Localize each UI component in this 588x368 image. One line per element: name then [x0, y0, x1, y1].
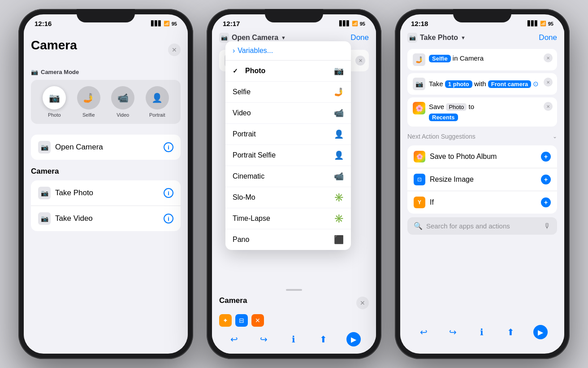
- undo-icon-3[interactable]: ↩: [417, 325, 430, 339]
- take-photo-row-inner: 📷 Take 1 photo with Front camera ⊙: [413, 78, 552, 90]
- sheet-title-2: Camera: [219, 296, 247, 305]
- mode-selfie-label: Selfie: [82, 112, 95, 118]
- resize-icon: ⊡: [414, 174, 425, 185]
- phone3-search-bar[interactable]: 🔍 Search for apps and actions 🎙: [407, 217, 557, 235]
- dropdown-pano[interactable]: Pano ⬛: [225, 229, 351, 250]
- sheet-close-2[interactable]: ✕: [356, 297, 369, 309]
- info-icon-3[interactable]: ℹ: [475, 325, 489, 339]
- open-camera-info[interactable]: i: [164, 142, 173, 152]
- recents-token[interactable]: Recents: [429, 114, 458, 121]
- camera-mode-icon: 📷: [31, 69, 38, 75]
- mode-video-icon: 📹: [111, 86, 134, 110]
- dropdown-timelapse[interactable]: Time-Lapse ✳️: [225, 208, 351, 229]
- dropdown-photo-label: Photo: [245, 67, 265, 75]
- mic-icon-3[interactable]: 🎙: [544, 222, 551, 230]
- sheet-header-2: Camera ✕: [219, 296, 369, 310]
- open-camera-item[interactable]: 📷 Open Camera i: [31, 135, 181, 160]
- selfie-token[interactable]: Selfie: [429, 55, 451, 62]
- dropdown-portrait-selfie[interactable]: Portrait Selfie 👤: [225, 145, 351, 166]
- close-button-1[interactable]: ✕: [168, 44, 181, 56]
- dropdown-portrait-label: Portrait: [233, 130, 256, 138]
- dropdown-selfie-label: Selfie: [233, 88, 251, 96]
- photo-count-token[interactable]: 1 photo: [445, 80, 472, 88]
- timelapse-icon-dd: ✳️: [334, 214, 344, 223]
- share-icon-2[interactable]: ⬆: [316, 333, 330, 346]
- battery-icon-2: 95: [360, 21, 365, 26]
- nav-done-2[interactable]: Done: [350, 33, 369, 42]
- to-text: to: [469, 103, 475, 110]
- wifi-icon-3: 📶: [540, 21, 546, 26]
- undo-icon-2[interactable]: ↩: [227, 333, 241, 346]
- suggestion-save-album[interactable]: 🌸 Save to Photo Album +: [407, 145, 557, 168]
- dropdown-cinematic[interactable]: Cinematic 📹: [225, 166, 351, 187]
- pano-icon-dd: ⬛: [334, 235, 344, 245]
- mode-selfie[interactable]: 🤳 Selfie: [77, 86, 100, 118]
- phone1-title: Camera: [31, 38, 77, 53]
- front-camera-token[interactable]: Front camera: [488, 80, 531, 88]
- time-2: 12:17: [223, 20, 240, 27]
- dropdown-video[interactable]: Video 📹: [225, 103, 351, 124]
- status-icons-3: ▋▋▋ 📶 95: [527, 21, 553, 26]
- battery-icon: 95: [172, 21, 177, 26]
- mode-photo[interactable]: 📷 Photo: [43, 86, 66, 118]
- add-resize-btn[interactable]: +: [541, 175, 551, 184]
- selfie-icon-dd: 🤳: [334, 87, 344, 97]
- dropdown-photo[interactable]: ✓ Photo 📷: [225, 61, 351, 82]
- mode-portrait[interactable]: 👤 Portrait: [146, 86, 169, 118]
- camera-icon-dd: 📷: [334, 66, 344, 76]
- wifi-icon: 📶: [164, 21, 170, 26]
- mode-video[interactable]: 📹 Video: [111, 86, 134, 118]
- add-if-btn[interactable]: +: [541, 197, 551, 207]
- phone3-nav-bar: 📷 Take Photo ▼ Done: [400, 29, 564, 46]
- save-photo-row-close[interactable]: ✕: [544, 102, 553, 111]
- take-photo-info[interactable]: i: [164, 188, 173, 198]
- add-save-album-btn[interactable]: +: [541, 152, 551, 162]
- suggestion-resize[interactable]: ⊡ Resize Image +: [407, 168, 557, 191]
- wifi-icon-2: 📶: [352, 21, 358, 26]
- take-prefix: Take: [429, 80, 443, 88]
- dropdown-slomo[interactable]: Slo-Mo ✳️: [225, 187, 351, 208]
- info-icon-2[interactable]: ℹ: [287, 333, 300, 346]
- nav-done-3[interactable]: Done: [539, 33, 557, 42]
- camera-actions-list: 📷 Take Photo i 📷 Take Video i: [31, 180, 181, 231]
- video-icon-dd: 📹: [334, 108, 344, 118]
- if-icon: Y: [414, 197, 425, 208]
- play-button-2[interactable]: ▶: [346, 332, 361, 346]
- sheet-handle-2: [286, 289, 302, 291]
- redo-icon-3[interactable]: ↪: [446, 325, 459, 339]
- workflow-step-icon-1: ✦: [219, 314, 232, 327]
- status-icons-1: ▋▋▋ 📶 95: [151, 21, 177, 26]
- take-video-item[interactable]: 📷 Take Video i: [31, 206, 181, 231]
- next-sugg-chevron[interactable]: ⌄: [553, 133, 557, 140]
- take-photo-item[interactable]: 📷 Take Photo i: [31, 180, 181, 206]
- take-video-info[interactable]: i: [164, 214, 173, 223]
- action-close-2[interactable]: ✕: [355, 56, 365, 66]
- workflow-step-icon-3: ✕: [251, 314, 264, 327]
- camera-mode-grid: 📷 Photo 🤳 Selfie 📹 Video 👤 Portrait: [31, 80, 181, 124]
- dropdown-cinematic-label: Cinematic: [233, 172, 264, 180]
- photo-gray-token[interactable]: Photo: [446, 103, 467, 111]
- resize-label: Resize Image: [430, 175, 474, 184]
- dropdown-selfie[interactable]: Selfie 🤳: [225, 82, 351, 103]
- take-photo-row-close[interactable]: ✕: [544, 78, 553, 87]
- variables-option[interactable]: › Variables...: [225, 41, 351, 61]
- notch-3: [453, 9, 511, 22]
- share-icon-3[interactable]: ⬆: [504, 325, 518, 339]
- mode-photo-label: Photo: [48, 112, 61, 118]
- camera-mode-label: 📷 Camera Mode: [31, 69, 181, 75]
- save-album-label: Save to Photo Album: [430, 153, 497, 161]
- redo-icon-2[interactable]: ↪: [257, 333, 271, 346]
- notch-1: [77, 9, 135, 22]
- mode-selfie-icon: 🤳: [77, 86, 100, 110]
- dropdown-portrait-selfie-label: Portrait Selfie: [233, 151, 276, 159]
- workflow-icons: ✦ ⊟ ✕: [219, 314, 369, 327]
- dropdown-video-label: Video: [233, 109, 251, 117]
- suggestion-if[interactable]: Y If +: [407, 191, 557, 214]
- dropdown-portrait[interactable]: Portrait 👤: [225, 124, 351, 145]
- camera-circle-icon: ⊙: [533, 80, 539, 88]
- play-button-3[interactable]: ▶: [533, 325, 548, 339]
- mode-portrait-label: Portrait: [149, 112, 165, 118]
- selfie-row-close[interactable]: ✕: [544, 53, 553, 62]
- signal-icon-2: ▋▋▋: [339, 21, 350, 26]
- selfie-action-text: Selfie in Camera: [429, 53, 552, 64]
